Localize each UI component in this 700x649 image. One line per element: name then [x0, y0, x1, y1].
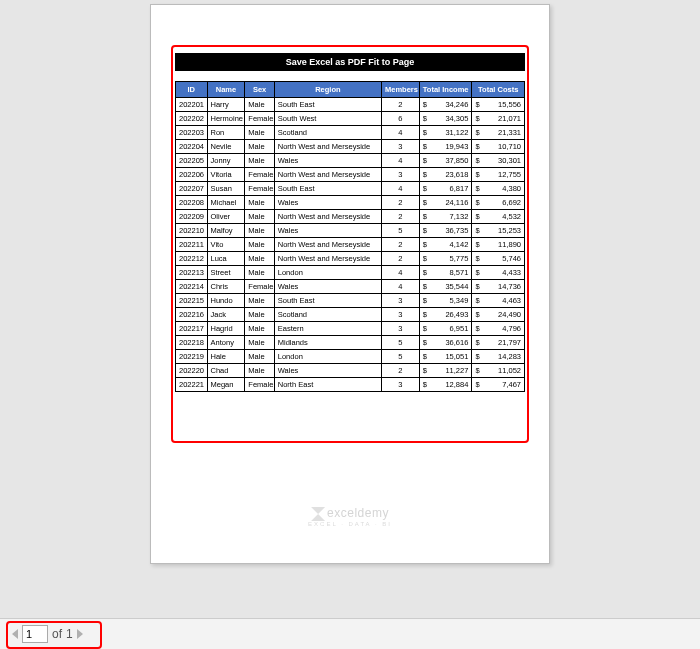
table-cell: $14,283 — [472, 350, 525, 364]
table-cell: $37,850 — [419, 154, 472, 168]
table-cell: $8,571 — [419, 266, 472, 280]
table-cell: $19,943 — [419, 140, 472, 154]
table-cell: $7,132 — [419, 210, 472, 224]
table-cell: $34,246 — [419, 98, 472, 112]
table-cell: $23,618 — [419, 168, 472, 182]
table-cell: $15,051 — [419, 350, 472, 364]
watermark-brand: exceldemy — [327, 506, 389, 520]
table-cell: $12,755 — [472, 168, 525, 182]
watermark-icon — [311, 507, 325, 521]
table-cell: $21,071 — [472, 112, 525, 126]
table-cell: $34,305 — [419, 112, 472, 126]
pager-bar: of 1 — [0, 618, 700, 649]
table-cell: $5,349 — [419, 294, 472, 308]
table-cell: $24,490 — [472, 308, 525, 322]
table-cell: $4,142 — [419, 238, 472, 252]
watermark: exceldemy EXCEL · DATA · BI — [151, 506, 549, 527]
table-cell: $7,467 — [472, 378, 525, 392]
table-cell: $24,116 — [419, 196, 472, 210]
table-cell: $4,796 — [472, 322, 525, 336]
table-cell: $15,556 — [472, 98, 525, 112]
table-cell: $26,493 — [419, 308, 472, 322]
preview-page: Save Excel as PDF Fit to Page ID Name Se… — [150, 4, 550, 564]
table-cell: $11,890 — [472, 238, 525, 252]
table-cell: $6,692 — [472, 196, 525, 210]
table-cell: $31,122 — [419, 126, 472, 140]
table-cell: $11,052 — [472, 364, 525, 378]
table-cell: $4,433 — [472, 266, 525, 280]
table-cell: $10,710 — [472, 140, 525, 154]
table-cell: $4,532 — [472, 210, 525, 224]
annotation-box-pager — [6, 621, 102, 649]
table-cell: $15,253 — [472, 224, 525, 238]
table-cell: $36,616 — [419, 336, 472, 350]
table-cell: $30,301 — [472, 154, 525, 168]
table-cell: $35,544 — [419, 280, 472, 294]
table-cell: $5,746 — [472, 252, 525, 266]
table-cell: $6,817 — [419, 182, 472, 196]
table-cell: $12,884 — [419, 378, 472, 392]
table-cell: $5,775 — [419, 252, 472, 266]
table-cell: $6,951 — [419, 322, 472, 336]
watermark-tagline: EXCEL · DATA · BI — [151, 521, 549, 527]
pager: of 1 — [12, 625, 83, 643]
table-cell: $11,227 — [419, 364, 472, 378]
table-cell: $36,735 — [419, 224, 472, 238]
table-cell: $4,380 — [472, 182, 525, 196]
table-cell: $14,736 — [472, 280, 525, 294]
table-cell: $21,331 — [472, 126, 525, 140]
print-preview-viewer: Save Excel as PDF Fit to Page ID Name Se… — [0, 0, 700, 618]
table-cell: $21,797 — [472, 336, 525, 350]
table-cell: $4,463 — [472, 294, 525, 308]
